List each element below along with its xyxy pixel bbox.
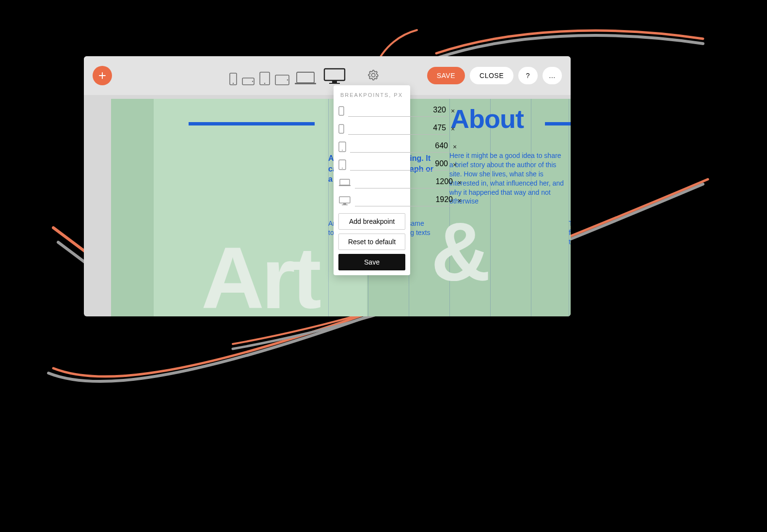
laptop-icon bbox=[338, 178, 351, 187]
svg-point-7 bbox=[287, 79, 288, 80]
breakpoint-input[interactable] bbox=[350, 158, 449, 171]
about-body-text: Here it might be a good idea to share a … bbox=[449, 151, 566, 206]
breakpoint-delete-icon[interactable]: × bbox=[453, 143, 457, 151]
svg-rect-10 bbox=[324, 69, 345, 80]
svg-rect-13 bbox=[339, 107, 344, 115]
svg-rect-8 bbox=[297, 72, 314, 83]
ampersand-decoration: & bbox=[431, 210, 491, 293]
breakpoint-settings-gear-icon[interactable] bbox=[368, 70, 379, 80]
svg-rect-20 bbox=[339, 185, 351, 186]
close-button[interactable]: CLOSE bbox=[470, 67, 513, 84]
breakpoint-row: × bbox=[338, 120, 405, 138]
breakpoints-popover: BREAKPOINTS, PX × × × × × bbox=[334, 85, 410, 275]
breakpoint-delete-icon[interactable]: × bbox=[451, 107, 455, 115]
decorative-rule bbox=[545, 122, 571, 125]
svg-rect-23 bbox=[342, 204, 348, 205]
top-toolbar: SAVE CLOSE ? … bbox=[84, 56, 571, 95]
breakpoint-input[interactable] bbox=[355, 176, 454, 188]
popover-title: BREAKPOINTS, PX bbox=[338, 90, 405, 102]
breakpoint-input[interactable] bbox=[350, 141, 449, 153]
breakpoint-row: × bbox=[338, 102, 405, 120]
svg-rect-14 bbox=[339, 125, 344, 133]
svg-rect-21 bbox=[339, 197, 350, 203]
device-desktop-icon[interactable] bbox=[321, 67, 348, 85]
phone-portrait-icon bbox=[338, 106, 344, 116]
paragraph-3: This text block continues from the other… bbox=[569, 219, 571, 247]
svg-rect-22 bbox=[343, 203, 346, 204]
tablet-portrait-icon bbox=[338, 159, 346, 170]
breakpoint-row: × bbox=[338, 156, 405, 173]
desktop-icon bbox=[338, 196, 351, 205]
device-breakpoint-selector bbox=[229, 67, 348, 85]
breakpoint-delete-icon[interactable]: × bbox=[453, 161, 457, 169]
breakpoint-delete-icon[interactable]: × bbox=[458, 179, 462, 187]
svg-point-16 bbox=[342, 150, 343, 151]
device-tablet-portrait-icon[interactable] bbox=[259, 72, 270, 85]
svg-point-3 bbox=[252, 81, 253, 82]
reset-breakpoints-button[interactable]: Reset to default bbox=[338, 234, 405, 250]
device-tablet-landscape-icon[interactable] bbox=[275, 75, 289, 85]
save-button[interactable]: SAVE bbox=[427, 67, 465, 84]
svg-point-1 bbox=[233, 83, 234, 84]
svg-point-18 bbox=[342, 168, 343, 169]
toolbar-right-buttons: SAVE CLOSE ? … bbox=[427, 67, 562, 84]
breakpoint-input[interactable] bbox=[348, 105, 447, 117]
tablet-portrait-icon bbox=[338, 141, 346, 152]
phone-portrait-icon bbox=[338, 124, 344, 134]
breakpoint-row: × bbox=[338, 191, 405, 209]
device-laptop-icon[interactable] bbox=[294, 71, 317, 85]
more-button[interactable]: … bbox=[543, 67, 562, 84]
breakpoint-input[interactable] bbox=[355, 194, 454, 206]
device-phone-portrait-icon[interactable] bbox=[229, 73, 237, 85]
decorative-rule bbox=[189, 122, 315, 125]
heading-art: Art bbox=[201, 235, 319, 316]
breakpoint-row: × bbox=[338, 138, 405, 156]
svg-rect-9 bbox=[295, 83, 316, 84]
save-breakpoints-button[interactable]: Save bbox=[338, 254, 405, 270]
svg-rect-12 bbox=[329, 83, 340, 84]
svg-rect-11 bbox=[332, 81, 337, 83]
breakpoint-input[interactable] bbox=[348, 123, 447, 135]
add-button[interactable] bbox=[93, 66, 112, 85]
svg-rect-6 bbox=[275, 75, 289, 85]
heading-about: About bbox=[450, 104, 524, 134]
help-button[interactable]: ? bbox=[518, 67, 538, 84]
editor-window: SAVE CLOSE ? … About A very important he… bbox=[84, 56, 571, 316]
breakpoint-row: × bbox=[338, 173, 405, 191]
add-breakpoint-button[interactable]: Add breakpoint bbox=[338, 213, 405, 230]
svg-rect-19 bbox=[340, 179, 350, 185]
breakpoint-delete-icon[interactable]: × bbox=[458, 197, 462, 204]
svg-point-5 bbox=[264, 83, 265, 84]
device-phone-landscape-icon[interactable] bbox=[242, 78, 255, 85]
breakpoint-delete-icon[interactable]: × bbox=[451, 125, 455, 133]
